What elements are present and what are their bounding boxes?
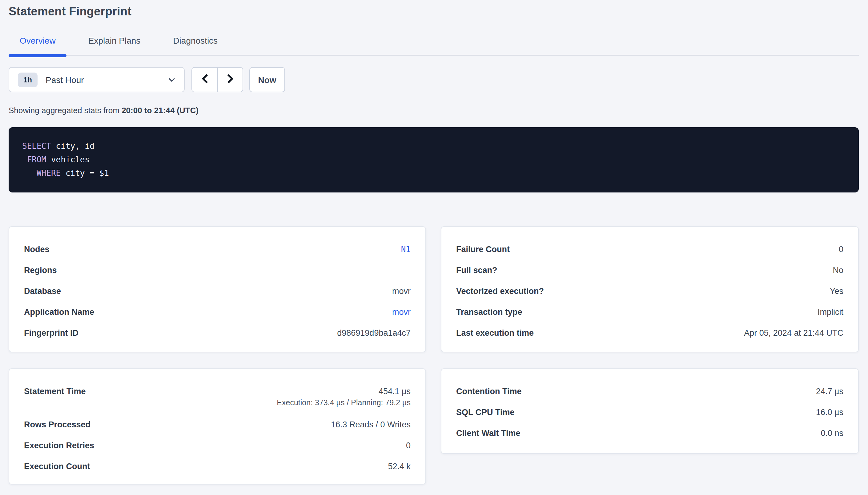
tab-diagnostics[interactable]: Diagnostics [162,34,229,55]
stat-row: Failure Count0 [456,239,844,260]
chevron-right-icon [227,74,234,85]
stat-label: Transaction type [456,302,522,323]
stat-label: Failure Count [456,239,510,260]
stat-label: Nodes [24,239,50,260]
stat-value: 52.4 k [388,462,411,471]
stat-row: Regions [24,260,411,281]
stat-value: No [833,266,844,275]
card-wait-times: Contention Time24.7 µsSQL CPU Time16.0 µ… [441,368,859,454]
time-range-badge: 1h [18,72,37,87]
sql-statement-box: SELECT city, id FROM vehicles WHERE city… [9,127,859,192]
statement-fingerprint-page: Statement Fingerprint Overview Explain P… [0,4,868,495]
stat-label: Regions [24,260,57,281]
stat-value: d986919d9ba1a4c7 [337,328,411,338]
stat-row: Transaction typeImplicit [456,302,844,323]
stat-row: Rows Processed16.3 Reads / 0 Writes [24,414,411,436]
stat-value: 0.0 ns [821,429,844,438]
stat-row: Fingerprint IDd986919d9ba1a4c7 [24,323,411,344]
summary-cards: NodesN1RegionsDatabasemovrApplication Na… [9,226,859,484]
stat-row: Statement Time454.1 µsExecution: 373.4 µ… [24,381,411,414]
stat-label: Database [24,281,61,302]
stat-label: SQL CPU Time [456,402,515,423]
stat-row: SQL CPU Time16.0 µs [456,402,844,423]
stat-label: Execution Count [24,456,90,477]
stat-row: Execution Count52.4 k [24,456,411,477]
stat-value: 0 [839,245,844,254]
stat-value-link[interactable]: N1 [401,245,411,254]
now-button[interactable]: Now [249,67,285,92]
stat-label: Fingerprint ID [24,323,79,344]
stat-label: Last execution time [456,323,534,344]
sql-code-line: SELECT city, id [22,140,845,153]
aggregation-note: Showing aggregated stats from 20:00 to 2… [9,106,859,115]
stat-value: Yes [830,287,844,296]
page-title: Statement Fingerprint [9,4,859,18]
tab-overview[interactable]: Overview [9,34,67,55]
stat-value: Implicit [818,307,844,317]
stat-label: Execution Retries [24,436,94,456]
stat-row: Full scan?No [456,260,844,281]
stat-row: Last execution timeApr 05, 2024 at 21:44… [456,323,844,344]
stat-row: Client Wait Time0.0 ns [456,423,844,444]
stat-value: 454.1 µs [379,387,411,396]
card-statement-details: NodesN1RegionsDatabasemovrApplication Na… [9,226,426,352]
stat-label: Full scan? [456,260,497,281]
stat-label: Rows Processed [24,414,91,436]
stat-value: movr [392,287,411,296]
stat-label: Contention Time [456,381,522,402]
tab-explain-plans[interactable]: Explain Plans [77,34,152,55]
stat-label: Vectorized execution? [456,281,544,302]
card-statement-stats: Statement Time454.1 µsExecution: 373.4 µ… [9,368,426,484]
tab-bar: Overview Explain Plans Diagnostics [9,34,859,56]
aggregation-note-range: 20:00 to 21:44 (UTC) [121,106,198,115]
stat-value: 16.3 Reads / 0 Writes [331,420,411,429]
chevron-down-icon [168,77,176,82]
time-toolbar: 1h Past Hour Now [9,67,859,92]
stat-row: Execution Retries0 [24,436,411,456]
card-execution-attributes: Failure Count0Full scan?NoVectorized exe… [441,226,859,352]
time-prev-button[interactable] [192,68,217,91]
chevron-left-icon [201,74,208,85]
stat-subvalue: Execution: 373.4 µs / Planning: 79.2 µs [277,398,411,414]
stat-value: 0 [406,441,411,450]
stat-value: 16.0 µs [816,408,844,417]
stat-row: NodesN1 [24,239,411,260]
time-next-button[interactable] [217,68,243,91]
time-range-dropdown[interactable]: 1h Past Hour [9,67,185,92]
stat-label: Application Name [24,302,94,323]
stat-row: Databasemovr [24,281,411,302]
sql-code-line: WHERE city = $1 [22,167,845,180]
stat-value: Apr 05, 2024 at 21:44 UTC [744,328,844,338]
stat-row: Contention Time24.7 µs [456,381,844,402]
stat-label: Client Wait Time [456,423,521,444]
sql-code-line: FROM vehicles [22,153,845,167]
time-range-label: Past Hour [46,75,84,85]
time-step-buttons [192,67,243,92]
stat-value: 24.7 µs [816,387,844,396]
stat-label: Statement Time [24,381,86,402]
stat-value-link[interactable]: movr [392,307,411,317]
stat-row: Application Namemovr [24,302,411,323]
stat-row: Vectorized execution?Yes [456,281,844,302]
aggregation-note-prefix: Showing aggregated stats from [9,106,121,115]
